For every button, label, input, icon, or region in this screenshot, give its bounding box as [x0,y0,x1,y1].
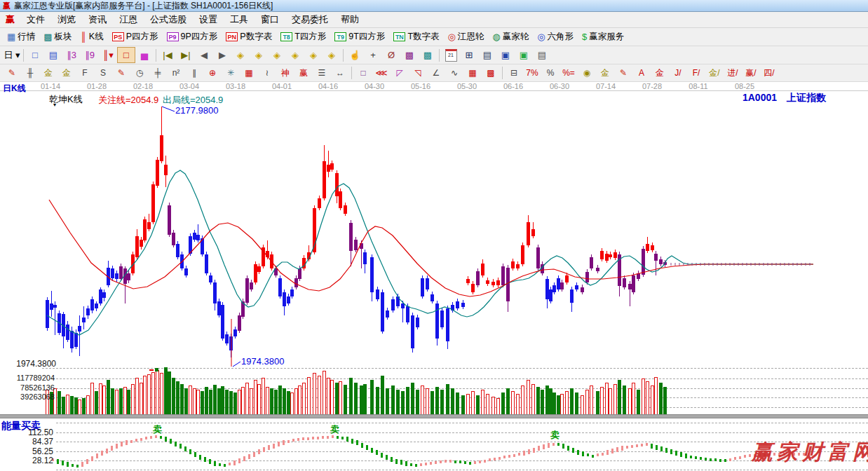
region-red-icon[interactable]: □ [117,47,135,63]
menu-item-公式选股[interactable]: 公式选股 [144,12,193,27]
period-day-dropdown[interactable]: 日 ▾ [3,47,21,63]
toolbar-button-t-number-table[interactable]: TNT数字表 [389,29,443,44]
calendar-icon[interactable]: 21 [442,47,460,63]
ying-line-tool[interactable]: 赢/ [742,65,760,81]
ruler-count-tool[interactable]: ☰ [313,65,331,81]
trend-angle-tool[interactable]: ∠ [427,65,445,81]
radial-web-tool[interactable]: ✳ [222,65,240,81]
pen-tool[interactable]: ✎ [3,65,21,81]
mirror-angle-tool[interactable]: ∥ [185,65,203,81]
toolbar-button-winner-service[interactable]: $赢家服务 [578,29,628,44]
indicator-bar [76,465,79,467]
last-bar-button[interactable]: ▶| [177,47,195,63]
menu-item-文件[interactable]: 文件 [20,12,51,27]
menu-item-浏览[interactable]: 浏览 [51,12,82,27]
candle-style-dropdown[interactable]: ║▾ [99,47,117,63]
gold-underline-tool[interactable]: 金 [596,65,614,81]
calculator-icon[interactable]: ⊞ [460,47,478,63]
pen-angle-tool[interactable]: ✎ [112,65,130,81]
toolbar-button-9t-square[interactable]: T99T四方形 [330,29,389,44]
chart-area[interactable]: 日K线 01-1401-2802-1803-0403-1804-0104-160… [0,82,868,471]
gold-segment-tool[interactable]: 金 [39,65,57,81]
compass-target-tool[interactable]: ⊕ [203,65,222,81]
shen-tool[interactable]: 神 [276,65,294,81]
wave-a-tool[interactable]: A [632,65,651,81]
gann-scale-tool[interactable]: ╫ [21,65,39,81]
toolbar-button-t-square[interactable]: T8T四方形 [276,29,330,44]
measure-quote-tool[interactable]: ≀ [258,65,276,81]
first-bar-button[interactable]: |◀ [158,47,177,63]
percent-line-tool[interactable]: %= [560,65,578,81]
j-line-tool[interactable]: J/ [669,65,687,81]
menu-item-工具[interactable]: 工具 [224,12,255,27]
toolbar-button-p-number-table[interactable]: PNP数字表 [222,29,276,44]
volume-bar [541,390,544,416]
percent-table-tool[interactable]: ⊟ [505,65,523,81]
menu-item-交易委托[interactable]: 交易委托 [285,12,334,27]
grid-target-tool[interactable]: ▦ [240,65,258,81]
si-line-tool[interactable]: 四/ [760,65,778,81]
toolbar-button-sector-blocks[interactable]: ▩板块 [39,29,76,44]
menu-item-窗口[interactable]: 窗口 [255,12,285,27]
hand-drag-icon[interactable]: ☝ [346,47,364,63]
diamond-left-icon[interactable]: ◈ [231,47,250,63]
diamond-right-icon[interactable]: ◈ [250,47,268,63]
fib-f-tool[interactable]: F [76,65,94,81]
price-grid-tool[interactable]: ▦ [463,65,482,81]
sell-signal-label: 卖 [330,423,339,436]
toolbar-button-market-quotes[interactable]: ▦行情 [3,29,39,44]
toolbar-button-9p-square[interactable]: P99P四方形 [163,29,222,44]
gold-red-tool[interactable]: 金 [651,65,669,81]
fan-grid-tool[interactable]: ◸ [391,65,409,81]
toolbar-button-gann-wheel[interactable]: ◎江恩轮 [444,29,489,44]
pattern-purple-icon[interactable]: ▩ [400,47,419,63]
crosshair-icon[interactable]: + [364,47,382,63]
percent-red-tool[interactable]: 7% [523,65,541,81]
save-icon[interactable]: ▣ [496,47,515,63]
percent-tool[interactable]: % [541,65,560,81]
print-icon[interactable]: ▤ [533,47,551,63]
square-frame-tool[interactable]: □ [354,65,372,81]
n-square-tool[interactable]: n² [167,65,185,81]
f-line-tool[interactable]: F/ [687,65,705,81]
diamond-plus-icon[interactable]: ◈ [323,47,341,63]
span-arrows-tool[interactable]: ↔ [331,65,349,81]
menu-item-江恩[interactable]: 江恩 [113,12,144,27]
pen-candle-tool[interactable]: ✎ [614,65,632,81]
toolbar-button-p-square[interactable]: PSP四方形 [108,29,163,44]
ying-tool[interactable]: 赢 [294,65,313,81]
toolbar-button-hexagon[interactable]: ◎六角形 [533,29,578,44]
form-list-icon[interactable]: ▤ [44,47,62,63]
region-select-icon[interactable]: □ [26,47,44,63]
fan-rays-tool[interactable]: ⋘ [372,65,391,81]
gold-segment2-tool[interactable]: 金 [57,65,76,81]
diamond-hsplit-icon[interactable]: ◈ [268,47,286,63]
gold-circle-tool[interactable]: ◉ [578,65,596,81]
gold-slash-tool[interactable]: 金/ [705,65,724,81]
toolbar-button-winner-wheel[interactable]: ◍赢家轮 [488,29,533,44]
fan-grid-red-tool[interactable]: ◹ [409,65,427,81]
mini-chart-9-icon[interactable]: ∥9 [81,47,99,63]
diamond-star-icon[interactable]: ◈ [304,47,323,63]
panel-separator[interactable] [0,414,868,418]
price-grid2-tool[interactable]: ▩ [482,65,500,81]
pattern-teal-icon[interactable]: ▩ [419,47,437,63]
save-web-icon[interactable]: ▣ [515,47,533,63]
jin-line-tool[interactable]: 进/ [724,65,742,81]
scale-wide-tool[interactable]: ╪ [149,65,167,81]
diamond-center-icon[interactable]: ◈ [286,47,304,63]
mini-chart-3-icon[interactable]: ∥3 [62,47,81,63]
time-circle-tool[interactable]: ◷ [130,65,149,81]
menu-item-帮助[interactable]: 帮助 [334,12,365,27]
toolbar-button-kline-chart[interactable]: ║K线 [76,29,108,44]
zigzag-wave-tool[interactable]: ∿ [445,65,463,81]
menu-item-资讯[interactable]: 资讯 [82,12,113,27]
menu-item-设置[interactable]: 设置 [193,12,224,27]
prev-bar-button[interactable]: ◀ [195,47,213,63]
next-bar-button[interactable]: ▶ [213,47,231,63]
kline-type-caret-icon[interactable]: ▾ [53,102,56,108]
spiral-tool[interactable]: S [94,65,112,81]
volume-color-icon[interactable]: ▅ [135,47,154,63]
memo-icon[interactable]: ▤ [478,47,496,63]
zoom-cancel-icon[interactable]: Ø [382,47,400,63]
